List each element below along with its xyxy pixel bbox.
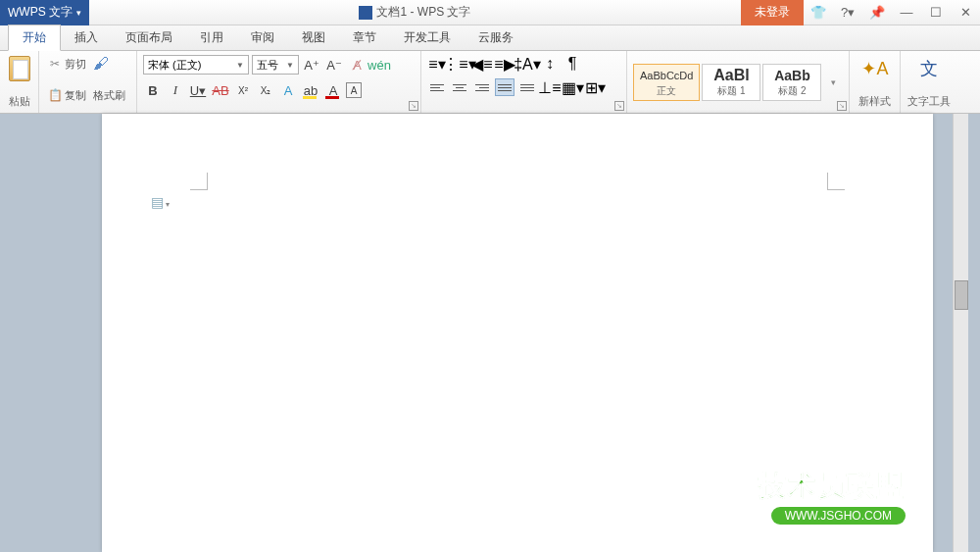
increase-indent-button[interactable]: ≡▶: [495, 55, 514, 73]
app-name: WPS 文字: [19, 4, 73, 21]
align-left-button[interactable]: [427, 78, 447, 96]
vertical-scrollbar[interactable]: [953, 114, 968, 552]
sort-button[interactable]: ↕: [540, 55, 560, 73]
chevron-down-icon: ▾: [76, 8, 81, 18]
scroll-thumb[interactable]: [955, 280, 968, 310]
tab-developer[interactable]: 开发工具: [390, 25, 465, 50]
ribbon: 粘贴 ✂剪切 🖌 📋复制 格式刷 宋体 (正文)▼ 五号▼ A⁺ A⁻ A̸ w…: [0, 51, 980, 114]
chevron-down-icon: ▼: [236, 61, 244, 70]
left-margin: [0, 114, 102, 552]
styles-launcher-icon[interactable]: ↘: [837, 101, 847, 111]
align-center-button[interactable]: [450, 78, 469, 96]
font-name-combo[interactable]: 宋体 (正文)▼: [143, 55, 249, 75]
maximize-button[interactable]: ☐: [921, 0, 951, 25]
document-title: 文档1 - WPS 文字: [376, 4, 470, 21]
help-icon[interactable]: ?▾: [833, 0, 862, 25]
title-center: 文档1 - WPS 文字: [89, 4, 741, 21]
grow-font-button[interactable]: A⁺: [302, 55, 321, 75]
page-icon: ▤: [151, 194, 164, 210]
group-new-style: ✦A 新样式: [850, 51, 901, 113]
title-right: 未登录 👕 ?▾ 📌 — ☐ ✕: [741, 0, 980, 25]
strikethrough-button[interactable]: AB: [211, 80, 230, 100]
char-border-button[interactable]: A: [346, 82, 362, 98]
document-icon: [359, 6, 372, 20]
align-right-button[interactable]: [472, 78, 492, 96]
format-painter-button[interactable]: 🖌: [91, 55, 111, 73]
font-size-combo[interactable]: 五号▼: [252, 55, 299, 75]
watermark: 技术员联盟 WWW.JSGHO.COM: [759, 468, 906, 525]
right-edge: [968, 114, 980, 552]
section-handle[interactable]: ▤▾: [151, 194, 170, 210]
borders-button[interactable]: ⊞▾: [585, 78, 605, 96]
copy-icon: 📋: [47, 87, 63, 103]
tab-stops-button[interactable]: ⊥≡: [540, 78, 560, 96]
format-painter-label[interactable]: 格式刷: [91, 87, 127, 104]
paste-button[interactable]: [6, 55, 33, 82]
tab-cloud[interactable]: 云服务: [465, 25, 527, 50]
styles-more-button[interactable]: ▾: [823, 73, 843, 92]
chevron-down-icon: ▾: [166, 200, 170, 209]
tab-section[interactable]: 章节: [339, 25, 390, 50]
document-area: ▤▾ 技术员联盟 WWW.JSGHO.COM: [0, 114, 980, 552]
right-margin: [933, 114, 953, 552]
decrease-indent-button[interactable]: ◀≡: [472, 55, 492, 73]
app-badge[interactable]: W WPS 文字 ▾: [0, 0, 89, 25]
char-shading-button[interactable]: A: [278, 80, 298, 100]
tab-start[interactable]: 开始: [8, 25, 61, 51]
group-clipboard: 粘贴: [0, 51, 39, 113]
copy-button[interactable]: 📋复制: [45, 86, 88, 104]
tab-page-layout[interactable]: 页面布局: [112, 25, 186, 50]
text-tools-label[interactable]: 文字工具: [907, 94, 951, 109]
login-button[interactable]: 未登录: [741, 0, 804, 25]
shading-button[interactable]: ▦▾: [563, 78, 582, 96]
tab-insert[interactable]: 插入: [61, 25, 112, 50]
group-text-tools: 文 文字工具: [901, 51, 957, 113]
style-heading1[interactable]: AaBl 标题 1: [702, 64, 760, 101]
style-heading2[interactable]: AaBb 标题 2: [762, 64, 821, 101]
style-normal[interactable]: AaBbCcDd 正文: [633, 64, 700, 101]
watermark-url: WWW.JSGHO.COM: [771, 507, 906, 525]
paste-label: 粘贴: [9, 94, 30, 109]
superscript-button[interactable]: X²: [233, 80, 253, 100]
tab-references[interactable]: 引用: [186, 25, 237, 50]
scissors-icon: ✂: [47, 56, 63, 72]
bold-button[interactable]: B: [143, 80, 163, 100]
watermark-text: 技术员联盟: [759, 468, 906, 505]
wps-logo-icon: W: [8, 6, 19, 20]
page[interactable]: ▤▾ 技术员联盟 WWW.JSGHO.COM: [102, 114, 933, 552]
minimize-button[interactable]: —: [892, 0, 921, 25]
pin-icon[interactable]: 📌: [862, 0, 892, 25]
highlight-button[interactable]: ab: [301, 80, 320, 100]
group-paragraph: ≡▾ ⋮≡▾ ◀≡ ≡▶ ‡A▾ ↕ ¶ ⊥≡ ▦▾ ⊞▾ ↘: [421, 51, 627, 113]
underline-button[interactable]: U▾: [188, 80, 208, 100]
numbering-button[interactable]: ⋮≡▾: [450, 55, 469, 73]
close-button[interactable]: ✕: [951, 0, 980, 25]
paragraph-launcher-icon[interactable]: ↘: [614, 101, 624, 111]
brush-icon: 🖌: [93, 56, 109, 72]
margin-marker-tl: [190, 173, 208, 190]
shrink-font-button[interactable]: A⁻: [324, 55, 344, 75]
phonetic-button[interactable]: wén: [369, 55, 389, 75]
text-tools-button[interactable]: 文: [915, 55, 943, 82]
distribute-button[interactable]: [517, 78, 537, 96]
margin-marker-tr: [827, 173, 845, 190]
group-font: 宋体 (正文)▼ 五号▼ A⁺ A⁻ A̸ wén B I U▾ AB X² X…: [137, 51, 421, 113]
skin-icon[interactable]: 👕: [804, 0, 833, 25]
subscript-button[interactable]: X₂: [256, 80, 275, 100]
justify-button[interactable]: [495, 78, 514, 96]
font-color-button[interactable]: A: [323, 80, 343, 100]
new-style-button[interactable]: ✦A: [861, 55, 889, 82]
cut-button[interactable]: ✂剪切: [45, 55, 88, 73]
line-spacing-button[interactable]: ‡A▾: [517, 55, 537, 73]
new-style-label[interactable]: 新样式: [858, 94, 891, 109]
tab-view[interactable]: 视图: [288, 25, 339, 50]
show-marks-button[interactable]: ¶: [563, 55, 582, 73]
chevron-down-icon: ▼: [286, 61, 294, 70]
titlebar: W WPS 文字 ▾ 文档1 - WPS 文字 未登录 👕 ?▾ 📌 — ☐ ✕: [0, 0, 980, 25]
italic-button[interactable]: I: [166, 80, 185, 100]
clear-format-button[interactable]: A̸: [347, 55, 367, 75]
group-clipboard-ext: ✂剪切 🖌 📋复制 格式刷: [39, 51, 137, 113]
tab-review[interactable]: 审阅: [237, 25, 288, 50]
font-launcher-icon[interactable]: ↘: [409, 101, 418, 111]
tabbar: 开始 插入 页面布局 引用 审阅 视图 章节 开发工具 云服务: [0, 25, 980, 51]
